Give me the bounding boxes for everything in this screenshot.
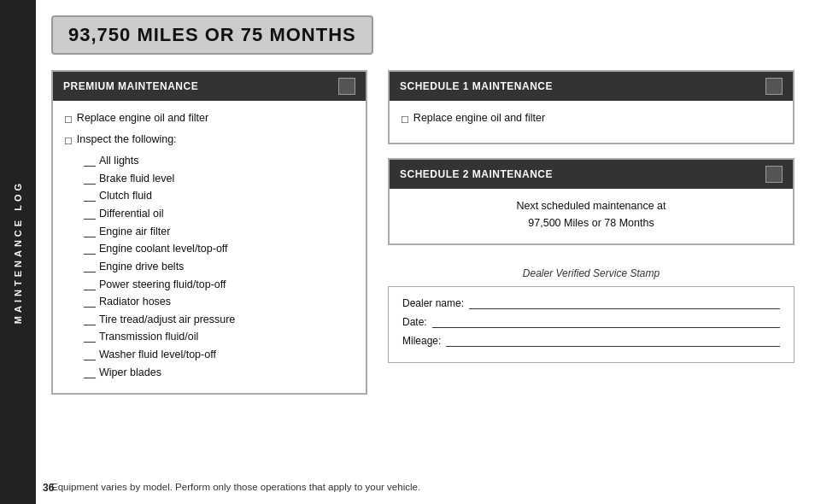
dash-icon: __ — [84, 293, 96, 311]
main-content: 93,750 MILES OR 75 MONTHS PREMIUM MAINTE… — [36, 0, 815, 504]
subitem-5: __Engine coolant level/top-off — [84, 240, 354, 258]
subitem-1: __Brake fluid level — [84, 170, 354, 188]
page-number: 36 — [43, 482, 54, 494]
dealer-name-line — [469, 297, 780, 309]
subitem-label-11: Washer fluid level/top-off — [99, 346, 216, 364]
schedule2-header-icon — [765, 166, 783, 183]
schedule1-box: SCHEDULE 1 MAINTENANCE □ Replace engine … — [388, 70, 794, 144]
schedule2-header: SCHEDULE 2 MAINTENANCE — [390, 160, 793, 189]
sidebar: MAINTENANCE LOG — [0, 0, 36, 504]
schedule1-title: SCHEDULE 1 MAINTENANCE — [400, 80, 553, 92]
subitem-label-1: Brake fluid level — [99, 170, 174, 188]
dash-icon: __ — [84, 152, 96, 170]
premium-sublist: __All lights __Brake fluid level __Clutc… — [84, 152, 354, 381]
dealer-mileage-line — [446, 335, 780, 347]
subitem-label-0: All lights — [99, 152, 139, 170]
premium-item-1: □ Replace engine oil and filter — [65, 109, 354, 129]
dash-icon: __ — [84, 328, 96, 346]
dealer-date-line — [432, 316, 780, 328]
content-row: PREMIUM MAINTENANCE □ Replace engine oil… — [51, 70, 794, 470]
subitem-9: __Tire tread/adjust air pressure — [84, 311, 354, 329]
checkbox-icon-1: □ — [65, 110, 72, 129]
checkbox-icon-2: □ — [65, 132, 72, 150]
premium-maintenance-body: □ Replace engine oil and filter □ Inspec… — [53, 101, 366, 393]
dealer-stamp-title: Dealer Verified Service Stamp — [388, 267, 794, 279]
dash-icon: __ — [84, 170, 96, 188]
dealer-date-field: Date: — [402, 316, 780, 328]
dash-icon: __ — [84, 187, 96, 205]
dash-icon: __ — [84, 258, 96, 276]
subitem-7: __Power steering fluid/top-off — [84, 276, 354, 294]
sidebar-label: MAINTENANCE LOG — [13, 180, 23, 324]
dash-icon: __ — [84, 364, 96, 382]
footer-text: Equipment varies by model. Perform only … — [51, 482, 794, 492]
dash-icon: __ — [84, 311, 96, 329]
schedule1-body: □ Replace engine oil and filter — [390, 101, 793, 143]
schedule1-header: SCHEDULE 1 MAINTENANCE — [390, 72, 793, 101]
page-title-bar: 93,750 MILES OR 75 MONTHS — [51, 15, 373, 55]
premium-item-2: □ Inspect the following: — [65, 131, 354, 150]
subitem-label-9: Tire tread/adjust air pressure — [99, 311, 235, 329]
schedule2-line2: 97,500 Miles or 78 Months — [402, 214, 781, 231]
schedule2-box: SCHEDULE 2 MAINTENANCE Next scheduled ma… — [388, 158, 794, 245]
subitem-label-5: Engine coolant level/top-off — [99, 240, 228, 258]
schedule2-line1: Next scheduled maintenance at — [402, 197, 781, 214]
subitem-label-6: Engine drive belts — [99, 258, 184, 276]
right-column: SCHEDULE 1 MAINTENANCE □ Replace engine … — [388, 70, 794, 470]
premium-header-icon — [338, 78, 355, 95]
dash-icon: __ — [84, 346, 96, 364]
dealer-name-field: Dealer name: — [402, 297, 780, 309]
subitem-label-7: Power steering fluid/top-off — [99, 276, 226, 294]
subitem-4: __Engine air filter — [84, 223, 354, 241]
dash-icon: __ — [84, 240, 96, 258]
premium-maintenance-header: PREMIUM MAINTENANCE — [53, 72, 366, 101]
dealer-date-label: Date: — [402, 316, 427, 328]
dash-icon: __ — [84, 276, 96, 294]
schedule2-title: SCHEDULE 2 MAINTENANCE — [400, 168, 553, 180]
dash-icon: __ — [84, 223, 96, 241]
sched1-item-label-1: Replace engine oil and filter — [413, 109, 545, 127]
dealer-stamp-section: Dealer Verified Service Stamp Dealer nam… — [388, 267, 794, 363]
dealer-stamp-box: Dealer name: Date: Mileage: — [388, 286, 794, 363]
subitem-label-3: Differential oil — [99, 205, 164, 223]
page-title: 93,750 MILES OR 75 MONTHS — [68, 24, 356, 46]
subitem-11: __Washer fluid level/top-off — [84, 346, 354, 364]
subitem-0: __All lights — [84, 152, 354, 170]
sched1-checkbox-icon: □ — [402, 110, 408, 129]
dealer-mileage-field: Mileage: — [402, 335, 780, 347]
premium-item-label-2: Inspect the following: — [77, 131, 177, 149]
sched1-item-1: □ Replace engine oil and filter — [402, 109, 781, 129]
subitem-10: __Transmission fluid/oil — [84, 328, 354, 346]
subitem-label-2: Clutch fluid — [99, 187, 152, 205]
dealer-mileage-label: Mileage: — [402, 335, 441, 347]
premium-maintenance-box: PREMIUM MAINTENANCE □ Replace engine oil… — [51, 70, 367, 395]
subitem-8: __Radiator hoses — [84, 293, 354, 311]
premium-maintenance-section: PREMIUM MAINTENANCE □ Replace engine oil… — [51, 70, 367, 470]
schedule1-header-icon — [765, 78, 783, 95]
premium-item-label-1: Replace engine oil and filter — [77, 109, 208, 127]
dash-icon: __ — [84, 205, 96, 223]
schedule2-body: Next scheduled maintenance at 97,500 Mil… — [390, 189, 793, 243]
premium-maintenance-title: PREMIUM MAINTENANCE — [63, 80, 198, 92]
subitem-label-8: Radiator hoses — [99, 293, 171, 311]
subitem-2: __Clutch fluid — [84, 187, 354, 205]
dealer-name-label: Dealer name: — [402, 297, 464, 309]
subitem-12: __Wiper blades — [84, 364, 354, 382]
subitem-3: __Differential oil — [84, 205, 354, 223]
subitem-label-4: Engine air filter — [99, 223, 170, 241]
subitem-label-12: Wiper blades — [99, 364, 161, 382]
subitem-6: __Engine drive belts — [84, 258, 354, 276]
subitem-label-10: Transmission fluid/oil — [99, 328, 198, 346]
